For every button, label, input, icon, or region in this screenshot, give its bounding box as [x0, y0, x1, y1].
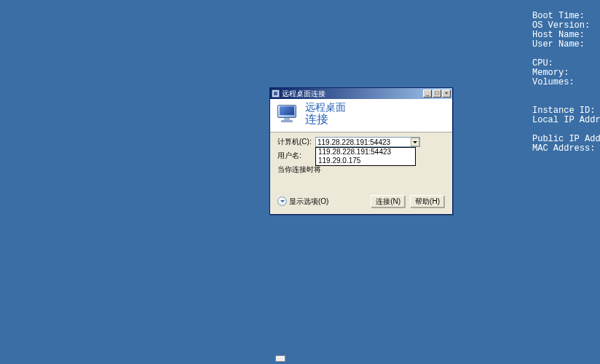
computer-input-value: 119.28.228.191:54423	[317, 138, 418, 146]
titlebar[interactable]: 远程桌面连接 _ □ ×	[270, 88, 452, 99]
computer-combo[interactable]: 119.28.228.191:54423	[315, 137, 445, 147]
connect-button[interactable]: 连接(N)	[371, 195, 406, 208]
dropdown-item[interactable]: 119.28.228.191:54423	[316, 148, 415, 157]
computer-row: 计算机(C): 119.28.228.191:54423	[277, 137, 445, 148]
banner-line2: 连接	[305, 113, 346, 126]
show-options-label: 显示选项(O)	[289, 197, 328, 207]
remote-desktop-dialog: 远程桌面连接 _ □ × 远程桌面 连接 计算机(C): 119.28.228.…	[269, 87, 453, 215]
close-button[interactable]: ×	[442, 90, 451, 98]
maximize-button[interactable]: □	[433, 90, 441, 98]
window-title: 远程桌面连接	[282, 89, 422, 99]
banner-text: 远程桌面 连接	[305, 102, 346, 126]
chevron-down-icon[interactable]	[411, 138, 419, 146]
username-label: 用户名:	[277, 151, 315, 161]
window-controls: _ □ ×	[422, 90, 451, 98]
banner-line1: 远程桌面	[305, 102, 346, 113]
dialog-banner: 远程桌面 连接	[270, 99, 452, 132]
computer-dropdown-list[interactable]: 119.28.228.191:54423 119.29.0.175	[315, 147, 416, 166]
dropdown-item[interactable]: 119.29.0.175	[316, 157, 415, 165]
remote-desktop-icon	[276, 103, 299, 124]
taskbar-item[interactable]	[275, 355, 285, 362]
connection-hint: 当你连接时将	[277, 165, 445, 175]
form-body: 计算机(C): 119.28.228.191:54423 用户名: 当你连接时将…	[270, 132, 452, 192]
minimize-button[interactable]: _	[423, 90, 432, 98]
computer-label: 计算机(C):	[277, 137, 315, 147]
chevron-down-icon	[277, 197, 287, 206]
desktop-system-info: Boot Time: OS Version: Host Name: User N…	[532, 12, 600, 154]
show-options-toggle[interactable]: 显示选项(O)	[277, 197, 366, 207]
app-icon	[272, 90, 280, 98]
button-row: 显示选项(O) 连接(N) 帮助(H)	[270, 192, 452, 214]
computer-input[interactable]: 119.28.228.191:54423	[315, 137, 420, 147]
help-button[interactable]: 帮助(H)	[410, 195, 445, 208]
